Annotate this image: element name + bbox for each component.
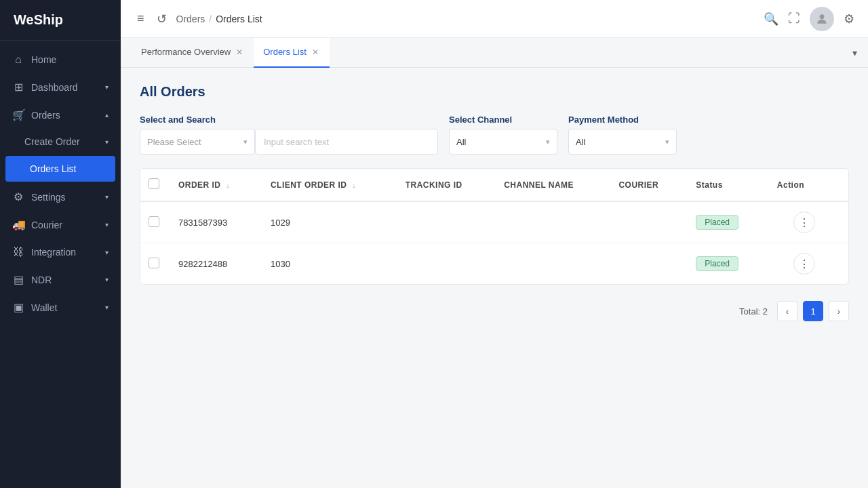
app-logo: WeShip — [0, 0, 121, 41]
channel-name-cell — [493, 243, 608, 285]
chevron-down-icon: ▾ — [546, 138, 550, 146]
next-page-button[interactable]: › — [829, 301, 849, 321]
payment-label: Payment Method — [568, 115, 677, 125]
courier-header: COURIER — [608, 169, 685, 201]
tracking-id-cell — [395, 201, 494, 243]
breadcrumb: Orders / Orders List — [176, 14, 262, 24]
sidebar-item-orders-list[interactable]: Orders List — [5, 156, 115, 182]
tab-orders-list[interactable]: Orders List ✕ — [254, 38, 330, 68]
sidebar-item-create-order[interactable]: Create Order ▾ — [0, 129, 121, 155]
courier-cell — [608, 243, 685, 285]
total-count: Total: 2 — [739, 306, 768, 317]
sidebar-item-label: Orders — [31, 110, 60, 121]
select-and-search-group: Select and Search Please Select ▾ — [140, 115, 438, 155]
tab-close-icon[interactable]: ✕ — [235, 46, 244, 58]
status-action-header: Status Action — [685, 169, 848, 201]
channel-label: Select Channel — [449, 115, 557, 125]
tab-performance-overview[interactable]: Performance Overview ✕ — [132, 38, 254, 68]
tab-close-icon[interactable]: ✕ — [311, 46, 320, 58]
action-cell: ⋮ — [783, 243, 848, 285]
payment-method-group: Payment Method All ▾ — [568, 115, 677, 155]
sidebar-item-label: Settings — [31, 192, 66, 203]
sidebar: WeShip ⌂ Home ⊞ Dashboard ▾ 🛒 Orders ▴ C… — [0, 0, 121, 488]
svg-point-0 — [820, 14, 825, 19]
chevron-down-icon: ▾ — [105, 276, 108, 283]
please-select-dropdown[interactable]: Please Select ▾ — [140, 129, 255, 155]
sidebar-item-dashboard[interactable]: ⊞ Dashboard ▾ — [0, 73, 121, 101]
sort-icon: ↓ — [226, 181, 230, 189]
gear-settings-button[interactable]: ⚙ — [844, 12, 854, 26]
search-input[interactable] — [255, 129, 438, 155]
channel-name-cell — [493, 201, 608, 243]
breadcrumb-parent[interactable]: Orders — [176, 14, 205, 24]
avatar[interactable] — [810, 7, 834, 31]
courier-icon: 🚚 — [12, 218, 24, 231]
sidebar-item-label: Wallet — [31, 302, 57, 313]
ndr-icon: ▤ — [12, 273, 24, 286]
sidebar-item-orders[interactable]: 🛒 Orders ▴ — [0, 101, 121, 129]
sidebar-item-integration[interactable]: ⛓ Integration ▾ — [0, 239, 121, 266]
sidebar-item-ndr[interactable]: ▤ NDR ▾ — [0, 266, 121, 293]
order-id-cell: 7831587393 — [167, 201, 260, 243]
chevron-down-icon: ▾ — [105, 193, 108, 201]
search-button[interactable]: 🔍 — [764, 12, 778, 26]
header: ≡ ↺ Orders / Orders List 🔍 ⛶ ⚙ — [121, 0, 868, 38]
sidebar-item-label: Integration — [31, 247, 76, 258]
select-search-label: Select and Search — [140, 115, 438, 125]
breadcrumb-current: Orders List — [216, 14, 262, 24]
prev-page-button[interactable]: ‹ — [777, 301, 797, 321]
select-all-header — [140, 169, 167, 201]
client-order-id-cell: 1030 — [260, 243, 395, 285]
status-header-label: Status — [696, 180, 723, 190]
sidebar-item-label: Orders List — [30, 163, 76, 174]
dashboard-icon: ⊞ — [12, 81, 24, 94]
page-content: All Orders Select and Search Please Sele… — [121, 68, 868, 488]
page-1-button[interactable]: 1 — [803, 301, 823, 321]
order-id-header[interactable]: ORDER ID ↓ — [167, 169, 260, 201]
status-badge: Placed — [696, 215, 738, 230]
cart-icon: 🛒 — [12, 108, 24, 121]
tracking-id-header: TRACKING ID — [395, 169, 494, 201]
menu-toggle-button[interactable]: ≡ — [134, 9, 147, 28]
maximize-button[interactable]: ⛶ — [788, 12, 800, 26]
chevron-down-icon: ▾ — [105, 83, 108, 91]
integration-icon: ⛓ — [12, 246, 24, 258]
action-menu-button[interactable]: ⋮ — [793, 253, 815, 274]
courier-cell — [608, 201, 685, 243]
orders-table-container: ORDER ID ↓ CLIENT ORDER ID ↓ TRACKING ID… — [140, 168, 849, 285]
sidebar-item-label: Courier — [31, 220, 62, 230]
row-checkbox-cell — [140, 201, 167, 243]
tab-label: Orders List — [263, 47, 307, 57]
order-id-cell: 9282212488 — [167, 243, 260, 285]
filter-row: Select and Search Please Select ▾ Select… — [140, 115, 849, 155]
row-checkbox[interactable] — [149, 258, 159, 268]
client-order-id-cell: 1029 — [260, 201, 395, 243]
sidebar-item-wallet[interactable]: ▣ Wallet ▾ — [0, 293, 121, 321]
select-channel-group: Select Channel All ▾ — [449, 115, 557, 155]
chevron-down-icon: ▾ — [243, 138, 248, 146]
sidebar-item-settings[interactable]: ⚙ Settings ▾ — [0, 183, 121, 211]
orders-table: ORDER ID ↓ CLIENT ORDER ID ↓ TRACKING ID… — [140, 169, 848, 284]
chevron-down-icon: ▾ — [665, 138, 669, 146]
channel-value: All — [456, 137, 466, 147]
channel-dropdown[interactable]: All ▾ — [449, 129, 557, 155]
settings-icon: ⚙ — [12, 190, 24, 203]
refresh-button[interactable]: ↺ — [154, 9, 170, 29]
sidebar-item-courier[interactable]: 🚚 Courier ▾ — [0, 211, 121, 239]
action-header-label: Action — [777, 180, 804, 190]
status-cell: Placed — [685, 243, 783, 285]
payment-dropdown[interactable]: All ▾ — [568, 129, 677, 155]
tabs-dropdown-button[interactable]: ▾ — [852, 47, 857, 58]
chevron-down-icon: ▾ — [105, 304, 108, 311]
breadcrumb-separator: / — [209, 14, 212, 24]
sort-icon: ↓ — [352, 181, 356, 189]
tabs-bar: Performance Overview ✕ Orders List ✕ ▾ — [121, 38, 868, 68]
select-all-checkbox[interactable] — [149, 178, 159, 189]
row-checkbox[interactable] — [149, 216, 159, 227]
header-left: ≡ ↺ Orders / Orders List — [134, 9, 755, 29]
chevron-down-icon: ▾ — [105, 249, 108, 256]
client-order-id-header[interactable]: CLIENT ORDER ID ↓ — [260, 169, 395, 201]
filter-section: Select and Search Please Select ▾ Select… — [140, 115, 849, 155]
action-menu-button[interactable]: ⋮ — [793, 211, 815, 233]
sidebar-item-home[interactable]: ⌂ Home — [0, 46, 121, 73]
